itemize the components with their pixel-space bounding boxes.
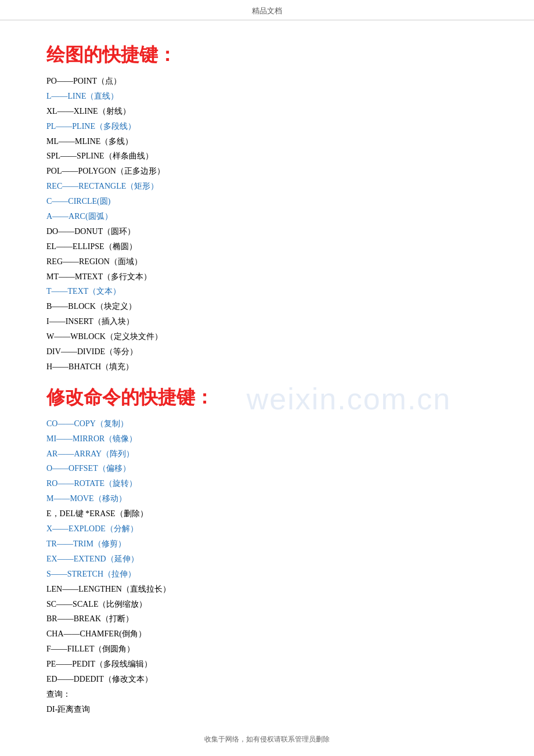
drawing-item: MT——MTEXT（多行文本） <box>46 269 488 285</box>
modify-item: BR——BREAK（打断） <box>46 611 488 627</box>
drawing-item: DIV——DIVIDE（等分） <box>46 344 488 359</box>
modify-item: SC——SCALE（比例缩放） <box>46 597 488 612</box>
top-bar-label: 精品文档 <box>252 6 282 15</box>
modify-item: RO——ROTATE（旋转） <box>46 476 488 491</box>
modify-item: AR——ARRAY（阵列） <box>46 447 488 462</box>
drawing-item: L——LINE（直线） <box>46 89 488 104</box>
drawing-item: REG——REGION（面域） <box>46 254 488 269</box>
drawing-list: PO——POINT（点）L——LINE（直线）XL——XLINE（射线）PL——… <box>46 74 488 375</box>
footer: 收集于网络，如有侵权请联系管理员删除 <box>46 735 488 756</box>
section2-title: 修改命令的快捷键： <box>46 385 488 411</box>
modify-item: CHA——CHAMFER(倒角） <box>46 627 488 642</box>
modify-item: O——OFFSET（偏移） <box>46 461 488 476</box>
drawing-item: XL——XLINE（射线） <box>46 104 488 119</box>
drawing-item: A——ARC(圆弧） <box>46 209 488 224</box>
modify-item: PE——PEDIT（多段线编辑） <box>46 657 488 672</box>
modify-item: 查询： <box>46 687 488 702</box>
modify-item: DI-距离查询 <box>46 702 488 717</box>
drawing-item: POL——POLYGON（正多边形） <box>46 164 488 179</box>
modify-item: F——FILLET（倒圆角） <box>46 642 488 657</box>
modify-list: CO——COPY（复制）MI——MIRROR（镜像）AR——ARRAY（阵列）O… <box>46 416 488 717</box>
modify-item: E，DEL键 *ERASE（删除） <box>46 506 488 521</box>
modify-item: MI——MIRROR（镜像） <box>46 431 488 447</box>
content-area: 绘图的快捷键： PO——POINT（点）L——LINE（直线）XL——XLINE… <box>0 20 534 756</box>
modify-item: S——STRETCH（拉伸） <box>46 567 488 582</box>
drawing-item: H——BHATCH（填充） <box>46 359 488 375</box>
drawing-item: W——WBLOCK（定义块文件） <box>46 329 488 344</box>
drawing-item: EL——ELLIPSE（椭圆） <box>46 239 488 254</box>
modify-item: M——MOVE（移动） <box>46 491 488 506</box>
footer-text: 收集于网络，如有侵权请联系管理员删除 <box>204 735 330 743</box>
drawing-item: PL——PLINE（多段线） <box>46 119 488 134</box>
modify-item: LEN——LENGTHEN（直线拉长） <box>46 582 488 597</box>
drawing-item: REC——RECTANGLE（矩形） <box>46 179 488 194</box>
drawing-item: I——INSERT（插入块） <box>46 314 488 329</box>
drawing-item: SPL——SPLINE（样条曲线） <box>46 149 488 164</box>
drawing-item: ML——MLINE（多线） <box>46 134 488 149</box>
modify-item: EX——EXTEND（延伸） <box>46 552 488 567</box>
drawing-item: C——CIRCLE(圆) <box>46 194 488 209</box>
drawing-item: PO——POINT（点） <box>46 74 488 89</box>
drawing-item: T——TEXT（文本） <box>46 284 488 299</box>
modify-item: X——EXPLODE（分解） <box>46 521 488 537</box>
modify-item: CO——COPY（复制） <box>46 416 488 431</box>
modify-item: TR——TRIM（修剪） <box>46 537 488 552</box>
modify-item: ED——DDEDIT（修改文本） <box>46 672 488 687</box>
drawing-item: DO——DONUT（圆环） <box>46 224 488 239</box>
top-bar: 精品文档 <box>0 0 534 20</box>
section1-title: 绘图的快捷键： <box>46 42 488 68</box>
drawing-item: B——BLOCK（块定义） <box>46 299 488 314</box>
